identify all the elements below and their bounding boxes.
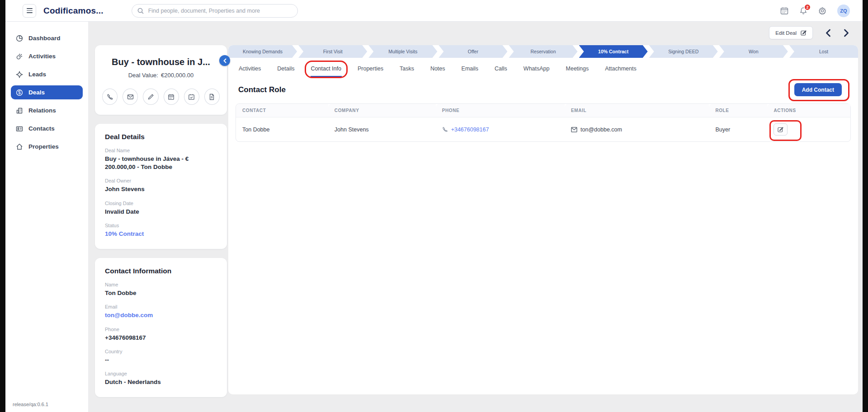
row-edit-button[interactable] <box>774 123 788 136</box>
sidebar-item-activities[interactable]: Activities <box>11 49 83 63</box>
sidebar-item-leads[interactable]: Leads <box>11 67 83 81</box>
relations-icon <box>16 107 23 114</box>
contact-role-heading: Contact Role <box>238 85 286 94</box>
tab-meetings[interactable]: Meetings <box>566 60 590 77</box>
header-company: COMPANY <box>328 104 436 117</box>
stage-signing-deed[interactable]: Signing DEED <box>649 45 718 58</box>
leads-icon <box>16 71 23 78</box>
stage-lost[interactable]: Lost <box>789 45 858 58</box>
notifications-bell-icon[interactable]: 2 <box>799 7 807 15</box>
field-phone: Phone +34676098167 <box>105 327 217 342</box>
topbar: Codificamos... 2 ZQ <box>5 0 863 22</box>
next-deal-chevron-right[interactable] <box>844 29 849 37</box>
hamburger-menu-button[interactable] <box>23 4 36 18</box>
app-logo[interactable]: Codificamos... <box>43 6 104 16</box>
tab-properties[interactable]: Properties <box>357 60 384 77</box>
cell-email: ton@dobbe.com <box>565 117 709 142</box>
field-name: Name Ton Dobbe <box>105 282 217 297</box>
file-icon <box>208 94 215 100</box>
calendar-grid-icon <box>168 94 175 100</box>
add-contact-button[interactable]: Add Contact <box>794 83 842 96</box>
calendar-check-icon <box>188 94 195 100</box>
email-button[interactable] <box>123 89 138 105</box>
stage-first-visit[interactable]: First Visit <box>298 45 367 58</box>
quick-actions <box>102 89 220 105</box>
table-header-row: CONTACT COMPANY PHONE EMAIL ROLE ACTIONS <box>236 104 850 117</box>
tab-details[interactable]: Details <box>277 60 295 77</box>
stage-knowing-demands[interactable]: Knowing Demands <box>228 45 297 58</box>
tab-whatsapp[interactable]: WhatsApp <box>523 60 550 77</box>
topbar-icons: 2 ZQ <box>780 5 854 17</box>
calendar-button[interactable] <box>164 89 179 105</box>
sidebar: Dashboard Activities Leads Deals Relatio… <box>5 22 89 412</box>
document-button[interactable] <box>204 89 220 105</box>
task-calendar-button[interactable] <box>184 89 199 105</box>
stage-offer[interactable]: Offer <box>439 45 507 58</box>
field-language: Language Dutch - Nederlands <box>105 371 217 386</box>
cell-role: Buyer <box>709 117 767 142</box>
tab-emails[interactable]: Emails <box>461 60 479 77</box>
contact-role-table: CONTACT COMPANY PHONE EMAIL ROLE ACTIONS… <box>236 104 850 141</box>
global-search[interactable] <box>132 4 298 18</box>
deal-tabs: Activities Details Contact Info Properti… <box>228 58 858 77</box>
screen-edge-right <box>863 0 868 412</box>
contact-information-card: Contact Information Name Ton Dobbe Email… <box>95 258 227 397</box>
edit-icon <box>778 126 783 132</box>
table-row: Ton Dobbe John Stevens +34676098167 ton@… <box>236 117 850 142</box>
settings-gear-icon[interactable] <box>818 7 826 15</box>
field-closing-date: Closing Date Invalid Date <box>105 201 217 216</box>
tab-attachments[interactable]: Attachments <box>604 60 637 77</box>
sidebar-item-label: Contacts <box>28 125 55 132</box>
sidebar-item-contacts[interactable]: Contacts <box>11 122 83 136</box>
envelope-icon <box>571 127 577 132</box>
field-country: Country -- <box>105 349 217 364</box>
cell-contact: Ton Dobbe <box>236 117 328 142</box>
sidebar-item-deals[interactable]: Deals <box>11 85 83 99</box>
tab-notes[interactable]: Notes <box>430 60 446 77</box>
pipeline-stage-bar: Knowing Demands First Visit Multiple Vis… <box>228 45 858 58</box>
phone-icon <box>107 94 113 100</box>
sidebar-item-properties[interactable]: Properties <box>11 140 83 154</box>
stage-won[interactable]: Won <box>719 45 788 58</box>
tab-activities[interactable]: Activities <box>238 60 261 77</box>
phone-icon <box>442 126 448 132</box>
tab-tasks[interactable]: Tasks <box>399 60 415 77</box>
deal-summary-card: Buy - townhouse in J... Deal Value:€200,… <box>95 45 227 115</box>
row-email-text: ton@dobbe.com <box>580 126 622 133</box>
pencil-icon <box>147 94 154 100</box>
calendar-icon[interactable] <box>780 7 788 15</box>
stage-10-contract[interactable]: 10% Contract <box>579 45 648 58</box>
envelope-icon <box>127 94 134 100</box>
header-role: ROLE <box>709 104 767 117</box>
sidebar-item-dashboard[interactable]: Dashboard <box>11 31 83 45</box>
field-email: Email ton@dobbe.com <box>105 304 217 319</box>
tab-calls[interactable]: Calls <box>494 60 508 77</box>
deal-value-amount: €200,000.00 <box>161 72 193 79</box>
edit-button[interactable] <box>143 89 158 105</box>
sidebar-item-label: Relations <box>28 107 56 114</box>
header-actions: ACTIONS <box>767 104 850 117</box>
previous-deal-chevron-left[interactable] <box>826 29 831 37</box>
stage-reservation[interactable]: Reservation <box>509 45 577 58</box>
contacts-icon <box>16 125 23 132</box>
contact-email-link[interactable]: ton@dobbe.com <box>105 311 217 319</box>
edit-deal-label: Edit Deal <box>775 30 797 36</box>
edit-icon <box>801 30 807 36</box>
user-avatar[interactable]: ZQ <box>837 5 850 17</box>
properties-icon <box>16 143 23 150</box>
sidebar-item-label: Leads <box>28 71 46 78</box>
call-button[interactable] <box>102 89 118 105</box>
edit-deal-button[interactable]: Edit Deal <box>769 26 813 39</box>
stage-multiple-visits[interactable]: Multiple Visits <box>368 45 437 58</box>
release-version-label: release/qa:0.6.1 <box>13 402 48 407</box>
collapse-panel-chevron-left-icon[interactable] <box>219 55 230 66</box>
screen-edge-left <box>0 0 5 412</box>
sidebar-item-relations[interactable]: Relations <box>11 103 83 117</box>
row-phone-link[interactable]: +34676098167 <box>451 126 489 133</box>
cell-actions <box>767 117 850 142</box>
deal-title: Buy - townhouse in J... <box>102 57 220 67</box>
deal-details-title: Deal Details <box>105 133 217 141</box>
tab-contact-info[interactable]: Contact Info <box>311 60 342 77</box>
status-value[interactable]: 10% Contract <box>105 230 217 238</box>
search-input[interactable] <box>148 8 292 14</box>
